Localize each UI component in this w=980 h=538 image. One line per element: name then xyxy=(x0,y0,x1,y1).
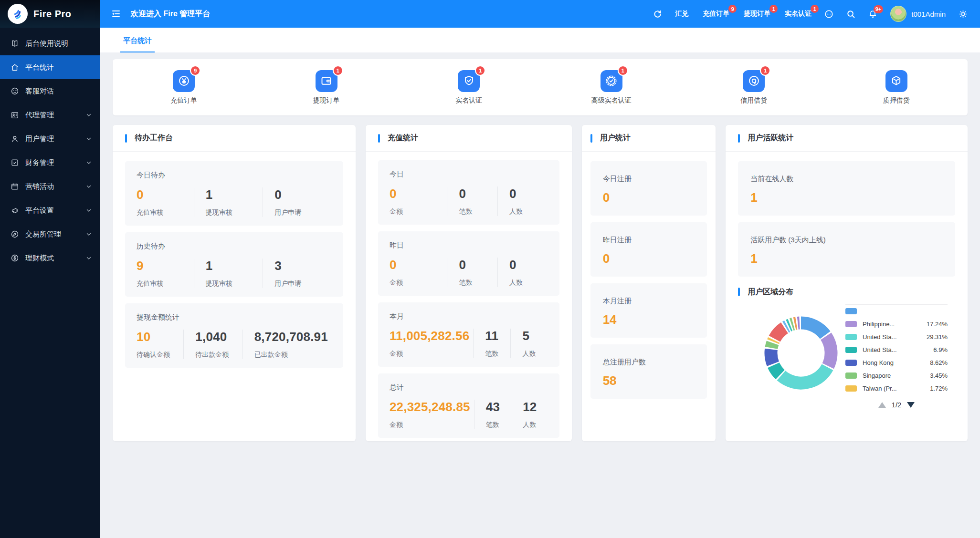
sidebar-item-label: 客服对话 xyxy=(25,87,86,96)
legend-percent: 1.72% xyxy=(930,385,948,392)
quick-entry[interactable]: 1 实名认证 xyxy=(398,70,540,105)
stat-label: 笔数 xyxy=(486,421,507,429)
legend-percent: 17.24% xyxy=(927,321,948,328)
panel-title: 用户活跃统计 xyxy=(748,133,793,143)
stat: 0笔数 xyxy=(447,186,497,216)
legend-swatch xyxy=(845,308,857,314)
collapse-sidebar-icon[interactable] xyxy=(111,9,121,19)
legend-item[interactable]: Taiwan (Pr... 1.72% xyxy=(845,382,948,395)
search-icon[interactable] xyxy=(846,10,855,19)
value-label: 本月注册 xyxy=(603,297,695,306)
quick-entry[interactable]: 9 充值订单 xyxy=(113,70,255,105)
legend-item[interactable] xyxy=(845,305,948,318)
quick-entry-label: 信用借贷 xyxy=(740,96,767,105)
legend-item[interactable]: United Sta... 29.31% xyxy=(845,331,948,343)
header-link-badge: 1 xyxy=(811,5,819,13)
stat: 0人数 xyxy=(497,186,548,216)
legend-page-down-icon[interactable] xyxy=(907,402,915,408)
header-link-badge: 9 xyxy=(728,5,737,13)
sidebar-item-3[interactable]: 代理管理 xyxy=(0,103,100,127)
stat-label: 已出款金额 xyxy=(254,351,328,359)
sidebar-item-1[interactable]: 平台统计 xyxy=(0,55,100,79)
sidebar-item-label: 代理管理 xyxy=(25,111,86,120)
quick-entry-badge: 1 xyxy=(334,66,342,75)
region-donut-chart xyxy=(754,306,848,400)
quick-entry-badge: 1 xyxy=(761,66,769,75)
header-link[interactable]: 充值订单9 xyxy=(703,10,729,18)
sidebar-item-5[interactable]: 财务管理 xyxy=(0,151,100,175)
content: 9 充值订单 1 提现订单 1 实名认证 1 高级实名认证 1 信用借贷 xyxy=(100,52,980,538)
legend-percent: 6.9% xyxy=(933,346,948,353)
quick-entry[interactable]: 1 信用借贷 xyxy=(683,70,825,105)
chevron-down-icon xyxy=(86,184,92,189)
gear-icon[interactable] xyxy=(959,10,968,19)
legend-swatch xyxy=(845,372,857,379)
user-activity-card: 用户活跃统计 当前在线人数 1 活跃用户数 (3天内上线) 1 用户区域分布 xyxy=(726,125,968,441)
user-icon xyxy=(11,134,19,143)
header-link[interactable]: 实名认证1 xyxy=(785,10,811,18)
quick-entry-badge: 1 xyxy=(476,66,485,75)
legend-item[interactable]: United Sta... 6.9% xyxy=(845,343,948,356)
stats-section: 本月 11,005,282.56金额11笔数5人数 xyxy=(378,302,559,367)
sidebar-item-8[interactable]: 交易所管理 xyxy=(0,222,100,246)
stat: 0笔数 xyxy=(447,258,497,287)
user-menu[interactable]: t001Admin xyxy=(890,6,946,22)
value-section: 总注册用户数 58 xyxy=(590,344,707,399)
sidebar-item-0[interactable]: 后台使用说明 xyxy=(0,31,100,55)
legend-label: United Sta... xyxy=(863,333,927,341)
header-link[interactable]: 提现订单1 xyxy=(744,10,770,18)
bell-icon[interactable]: 9+ xyxy=(868,10,877,19)
stat: 12人数 xyxy=(511,400,548,429)
value-number: 14 xyxy=(603,312,695,327)
pledge-loan-icon xyxy=(885,70,907,92)
sidebar-item-4[interactable]: 用户管理 xyxy=(0,127,100,151)
stat-label: 金额 xyxy=(390,350,469,358)
accent-bar xyxy=(738,134,740,143)
stats-section: 历史待办 9充值审核1提现审核3用户申请 xyxy=(125,232,343,297)
stat-value: 0 xyxy=(509,186,544,201)
message-icon[interactable] xyxy=(824,10,833,19)
value-number: 1 xyxy=(750,251,943,266)
legend-item[interactable]: Singapore 3.45% xyxy=(845,369,948,382)
sidebar-menu: 后台使用说明 平台统计 客服对话 代理管理 用户管理 财务管理 营销活动 平台设… xyxy=(0,28,100,270)
stats-section-title: 历史待办 xyxy=(137,242,332,251)
stat-value: 11,005,282.56 xyxy=(390,329,469,343)
legend-item[interactable] xyxy=(845,395,948,398)
legend-percent: 8.62% xyxy=(930,359,948,366)
top-header: 欢迎进入 Fire 管理平台 汇兑充值订单9提现订单1实名认证1 xyxy=(100,0,980,28)
stat: 43笔数 xyxy=(474,400,511,429)
legend-swatch xyxy=(845,347,857,353)
quick-entry[interactable]: 质押借贷 xyxy=(825,70,968,105)
legend-label: Philippine... xyxy=(863,321,927,328)
legend-item[interactable]: Philippine... 17.24% xyxy=(845,318,948,331)
legend-item[interactable]: Hong Kong 8.62% xyxy=(845,356,948,369)
quick-entry[interactable]: 1 高级实名认证 xyxy=(540,70,683,105)
stat-label: 充值审核 xyxy=(137,208,190,217)
sidebar-item-6[interactable]: 营销活动 xyxy=(0,175,100,198)
sidebar-item-9[interactable]: 理财模式 xyxy=(0,246,100,270)
legend-label: Taiwan (Pr... xyxy=(863,385,930,392)
sidebar-item-7[interactable]: 平台设置 xyxy=(0,198,100,222)
legend-page-up-icon[interactable] xyxy=(878,402,886,408)
sidebar: Fire Pro 后台使用说明 平台统计 客服对话 代理管理 用户管理 财务管理… xyxy=(0,0,100,538)
stat: 11笔数 xyxy=(473,329,510,358)
header-link[interactable]: 汇兑 xyxy=(675,10,688,18)
stat: 3用户申请 xyxy=(263,259,332,288)
stats-section-title: 提现金额统计 xyxy=(137,313,332,322)
value-label: 活跃用户数 (3天内上线) xyxy=(750,236,943,245)
value-label: 当前在线人数 xyxy=(750,175,943,184)
stat-value: 1 xyxy=(206,187,259,202)
calendar-icon xyxy=(11,182,19,191)
tab-platform-stats[interactable]: 平台统计 xyxy=(120,36,155,52)
stats-section: 今日 0金额0笔数0人数 xyxy=(378,160,559,225)
sidebar-item-2[interactable]: 客服对话 xyxy=(0,79,100,103)
quick-entry-label: 实名认证 xyxy=(455,96,482,105)
legend-swatch xyxy=(845,334,857,340)
quick-entry[interactable]: 1 提现订单 xyxy=(255,70,398,105)
legend-percent: 29.31% xyxy=(927,333,948,341)
refresh-icon[interactable] xyxy=(653,10,662,19)
stat-label: 金额 xyxy=(390,207,443,216)
chevron-down-icon xyxy=(86,207,92,213)
stat-label: 提现审核 xyxy=(206,279,259,288)
value-number: 58 xyxy=(603,373,695,388)
